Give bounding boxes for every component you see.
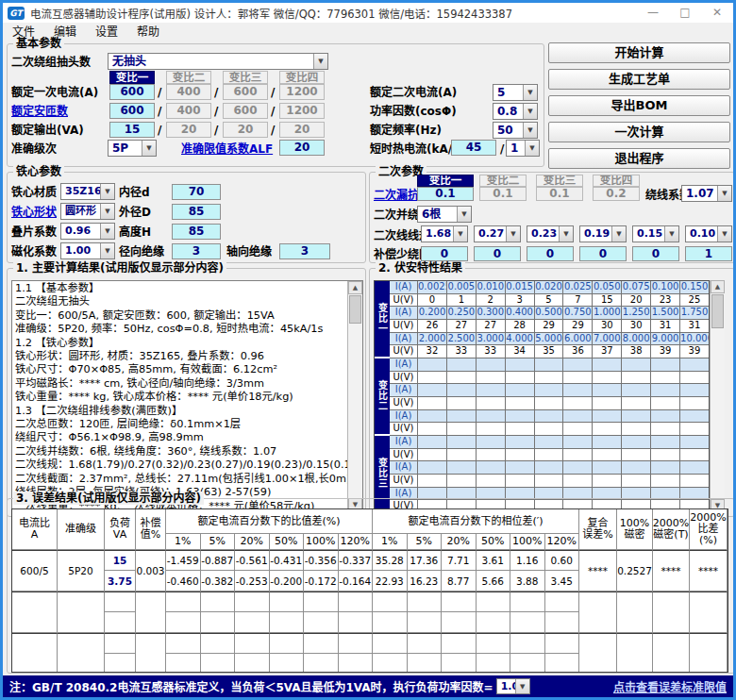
leakage-field-2[interactable]: 0.1 <box>536 187 583 201</box>
compensation-field-4[interactable]: 0 <box>632 246 679 261</box>
scroll-thumb[interactable] <box>349 295 361 324</box>
error-limits-link[interactable]: 点击查看误差标准限值 <box>613 678 727 694</box>
err-cell-phase-error <box>373 612 408 633</box>
core-field-0[interactable]: 70 <box>172 184 221 200</box>
basic-right-select-2[interactable]: 50▼ <box>493 122 538 139</box>
tap-count-select[interactable]: 无抽头▼ <box>108 53 328 70</box>
leakage-field-1[interactable]: 0.1 <box>479 187 527 201</box>
va-cell-value <box>535 410 564 424</box>
minimize-button[interactable]: — <box>637 3 669 23</box>
basic-field-1-2[interactable]: 600 <box>223 103 268 119</box>
sec-ratio-tab-2[interactable]: 变比二 <box>479 175 527 187</box>
err-cell-compensation <box>136 592 166 633</box>
basic-field-2-0[interactable]: 15 <box>109 122 155 138</box>
va-cell-value <box>506 384 535 397</box>
scroll-thumb[interactable] <box>711 294 724 328</box>
action-button-4[interactable]: 退出程序 <box>548 148 730 169</box>
menu-item-3[interactable]: 帮助 <box>127 23 169 42</box>
va-cell-value <box>477 436 506 449</box>
close-button[interactable]: ✕ <box>701 3 733 23</box>
err-cell-phase-error: 0.60 <box>545 550 580 571</box>
err-cell-b100 <box>617 633 653 673</box>
accuracy-class-select[interactable]: 5P▼ <box>108 140 157 157</box>
leakage-link[interactable]: 二次漏抗 <box>374 189 419 202</box>
compensation-field-2[interactable]: 0 <box>527 246 574 261</box>
leakage-field-3[interactable]: 0.2 <box>593 187 640 201</box>
err-cell-burden-bottom <box>105 612 136 633</box>
sec-ratio-tab-4[interactable]: 变比四 <box>593 175 640 187</box>
leakage-field-0[interactable]: 0.1 <box>417 187 474 201</box>
alf-field[interactable]: 20 <box>279 140 325 156</box>
basic-right-select-0[interactable]: 5▼ <box>493 84 538 101</box>
menu-item-2[interactable]: 设置 <box>86 23 127 42</box>
va-cell-value <box>680 372 710 385</box>
basic-field-1-1[interactable]: 400 <box>166 103 211 119</box>
compensation-field-1[interactable]: 0 <box>474 246 521 261</box>
basic-field-0-3[interactable]: 1200 <box>279 84 325 100</box>
err-cell-ratio-error: -0.431 <box>270 550 305 571</box>
wire-gauge-select-3[interactable]: 0.19▼ <box>579 225 627 242</box>
va-cell-value <box>563 397 593 410</box>
ratio-tab-4[interactable]: 变比四 <box>279 71 325 84</box>
results-textbox[interactable]: 1.1 【基本参数】二次绕组无抽头变比一：600/5A, 额定安匝数：600, … <box>11 280 363 512</box>
basic-field-1-3[interactable]: 1200 <box>279 103 325 119</box>
results-scrollbar[interactable]: ▲ ▼ <box>347 281 362 511</box>
core-select-1[interactable]: 圆环形▼ <box>60 203 115 220</box>
va-cell-value: 0.005 <box>447 281 477 294</box>
short-time-current-field[interactable]: 45 <box>451 140 496 156</box>
va-cell-value <box>680 397 710 410</box>
wire-gauge-select-5[interactable]: 0.10▼ <box>685 225 732 242</box>
core-label-1[interactable]: 铁心形状 <box>11 206 57 219</box>
va-scrollbar[interactable]: ▲ ▼ <box>710 280 725 512</box>
err-cell-b100 <box>617 592 653 633</box>
core-select-2[interactable]: 0.96▼ <box>60 223 115 240</box>
action-button-0[interactable]: 开始计算 <box>548 42 730 63</box>
action-button-1[interactable]: 生成工艺单 <box>548 69 730 90</box>
core-field3-3[interactable]: 3 <box>279 243 330 259</box>
basic-right-select-1[interactable]: 0.8▼ <box>493 103 538 120</box>
basic-field-2-3[interactable]: 20 <box>279 122 325 138</box>
core-field-3[interactable]: 3 <box>172 243 221 259</box>
wire-gauge-select-4[interactable]: 0.15▼ <box>632 225 679 242</box>
basic-field-2-2[interactable]: 20 <box>223 122 268 138</box>
err-header-percent: 120% <box>545 534 580 550</box>
wire-gauge-select-0[interactable]: 1.68▼ <box>421 225 468 242</box>
scroll-up-icon[interactable]: ▲ <box>711 280 725 293</box>
sec-ratio-tab-3[interactable]: 变比三 <box>536 175 583 187</box>
ratio-tab-2[interactable]: 变比二 <box>166 71 211 84</box>
core-select-0[interactable]: 35Z165▼ <box>60 183 115 200</box>
action-button-2[interactable]: 导出BOM <box>548 95 730 116</box>
va-cell-value <box>651 358 680 372</box>
short-time-seconds-select[interactable]: 1▼ <box>506 140 540 157</box>
va-cell-value <box>651 461 680 475</box>
core-field-1[interactable]: 85 <box>172 204 221 220</box>
wire-gauge-select-2[interactable]: 0.23▼ <box>527 225 574 242</box>
sec-ratio-tab-1[interactable]: 变比一 <box>417 175 474 187</box>
alf-link[interactable]: 准确限值系数ALF <box>181 142 273 156</box>
va-cell-value <box>447 372 477 385</box>
parallel-count-select[interactable]: 6根▼ <box>417 206 472 223</box>
basic-field-0-1[interactable]: 400 <box>166 84 211 100</box>
basic-field-0-2[interactable]: 600 <box>223 84 268 100</box>
basic-row-label-1[interactable]: 额定安匝数 <box>11 105 68 118</box>
basic-field-2-1[interactable]: 20 <box>166 122 211 138</box>
err-header-accuracy: 准确级 <box>58 509 105 550</box>
wire-gauge-select-1[interactable]: 0.27▼ <box>474 225 521 242</box>
compensation-field-5[interactable]: 1 <box>685 246 732 261</box>
core-field-2[interactable]: 85 <box>172 224 221 240</box>
core-select-3[interactable]: 1.00▼ <box>60 242 115 259</box>
compensation-field-0[interactable]: 0 <box>421 246 468 261</box>
err-cell-ratio-error <box>339 654 374 673</box>
ratio-tab-3[interactable]: 变比三 <box>223 71 268 84</box>
va-cell-value: 0.020 <box>535 281 564 294</box>
action-button-3[interactable]: 一次计算 <box>548 122 730 142</box>
compensation-field-3[interactable]: 0 <box>579 246 627 261</box>
wire-gauge-select-5-value: 0.10 <box>686 226 717 242</box>
basic-field-1-0[interactable]: 600 <box>109 103 155 119</box>
power-factor-select[interactable]: 1.0 ▼ <box>496 678 530 694</box>
scroll-up-icon[interactable]: ▲ <box>348 281 362 294</box>
maximize-button[interactable]: □ <box>669 3 701 23</box>
basic-field-0-0[interactable]: 600 <box>109 84 155 100</box>
ratio-tab-1[interactable]: 变比一 <box>109 71 155 84</box>
winding-coeff-select[interactable]: 1.07▼ <box>681 185 732 202</box>
